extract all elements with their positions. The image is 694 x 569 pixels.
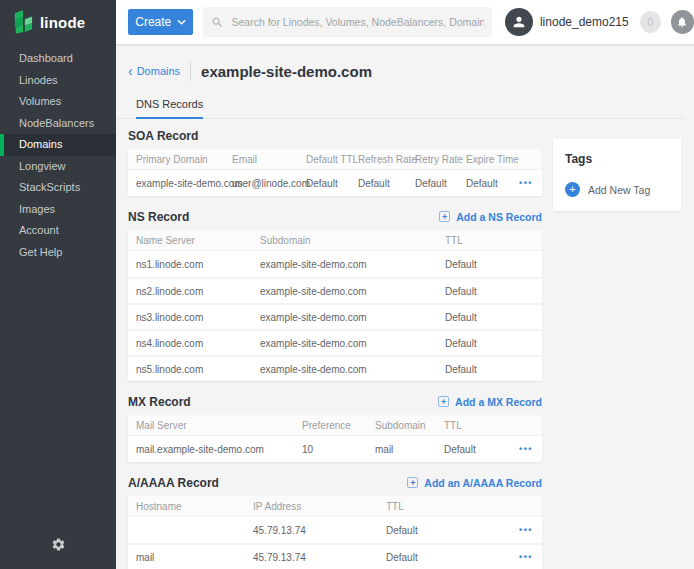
table-cell: example-site-demo.com: [252, 259, 437, 270]
page-title: example-site-demo.com: [201, 63, 372, 80]
notification-count-badge[interactable]: 0: [640, 11, 661, 33]
table-cell: ns5.linode.com: [128, 364, 252, 375]
table-cell: mail.example-site-demo.com: [128, 444, 294, 455]
sidebar-item-domains[interactable]: Domains: [0, 134, 116, 156]
table-cell: Default: [458, 178, 514, 189]
sidebar-item-stackscripts[interactable]: StackScripts: [0, 177, 116, 199]
row-actions-menu[interactable]: •••: [514, 552, 542, 562]
tab-dns-records[interactable]: DNS Records: [136, 98, 203, 119]
table-cell: Default: [437, 259, 514, 270]
column-header-hostname: Hostname: [128, 501, 245, 512]
add-record-label: Add a NS Record: [456, 211, 542, 223]
table-cell: Default: [437, 364, 514, 375]
section-header: A/AAAA Record+Add an A/AAAA Record: [128, 474, 542, 491]
section-header: MX Record+Add a MX Record: [128, 393, 542, 410]
row-actions-menu[interactable]: •••: [514, 525, 542, 535]
record-table: Primary DomainEmailDefault TTLRefresh Ra…: [128, 149, 542, 196]
username: linode_demo215: [540, 15, 629, 29]
row-actions-menu[interactable]: •••: [514, 444, 542, 454]
section-header: SOA Record: [128, 127, 542, 144]
settings-gear-icon[interactable]: [0, 537, 116, 556]
table-header-row: Name ServerSubdomainTTL: [128, 230, 542, 251]
table-cell: example-site-demo.com: [252, 364, 437, 375]
table-row: ns1.linode.comexample-site-demo.comDefau…: [128, 251, 542, 277]
table-cell: Default: [407, 178, 458, 189]
table-cell: example-site-demo.com: [252, 338, 437, 349]
add-record-link-ns-record[interactable]: +Add a NS Record: [439, 211, 542, 223]
content-columns: SOA RecordPrimary DomainEmailDefault TTL…: [128, 127, 694, 569]
user-menu[interactable]: linode_demo215: [505, 8, 629, 36]
section-title: NS Record: [128, 210, 189, 224]
table-header-row: HostnameIP AddressTTL: [128, 496, 542, 517]
sidebar-nav: DashboardLinodesVolumesNodeBalancersDoma…: [0, 48, 116, 263]
column-header-default-ttl: Default TTL: [298, 154, 350, 165]
add-new-tag-label: Add New Tag: [588, 184, 650, 196]
table-cell: mail: [367, 444, 436, 455]
column-header-ttl: TTL: [437, 235, 514, 246]
table-cell: Default: [298, 178, 350, 189]
column-header-refresh-rate: Refresh Rate: [350, 154, 407, 165]
sidebar-item-images[interactable]: Images: [0, 199, 116, 221]
section-ns-record: NS Record+Add a NS RecordName ServerSubd…: [128, 208, 542, 381]
breadcrumb-back-link[interactable]: ‹ Domains: [128, 64, 180, 78]
sidebar: linode DashboardLinodesVolumesNodeBalanc…: [0, 0, 116, 569]
row-actions-menu[interactable]: •••: [514, 178, 542, 188]
notifications-bell-button[interactable]: [671, 10, 694, 34]
table-header-row: Mail ServerPreferenceSubdomainTTL: [128, 415, 542, 436]
column-header-ttl: TTL: [378, 501, 514, 512]
table-cell: mail: [128, 552, 245, 563]
section-soa-record: SOA RecordPrimary DomainEmailDefault TTL…: [128, 127, 542, 196]
sidebar-item-nodebalancers[interactable]: NodeBalancers: [0, 113, 116, 135]
column-header-primary-domain: Primary Domain: [128, 154, 224, 165]
chevron-down-icon: [177, 19, 186, 25]
add-record-label: Add a MX Record: [455, 396, 542, 408]
column-header-ttl: TTL: [436, 420, 514, 431]
add-record-link-mx-record[interactable]: +Add a MX Record: [438, 396, 542, 408]
column-header-subdomain: Subdomain: [252, 235, 437, 246]
brand-name: linode: [40, 14, 85, 31]
search-bar[interactable]: [203, 7, 491, 37]
table-cell: Default: [378, 552, 514, 563]
sidebar-item-volumes[interactable]: Volumes: [0, 91, 116, 113]
linode-logo-icon: [13, 10, 33, 34]
table-cell: Default: [437, 338, 514, 349]
sidebar-item-dashboard[interactable]: Dashboard: [0, 48, 116, 70]
sidebar-item-account[interactable]: Account: [0, 220, 116, 242]
section-title: MX Record: [128, 395, 191, 409]
column-header-expire-time: Expire Time: [458, 154, 519, 165]
section-title: A/AAAA Record: [128, 476, 219, 490]
table-cell: ns3.linode.com: [128, 312, 252, 323]
table-row: ns3.linode.comexample-site-demo.comDefau…: [128, 303, 542, 329]
bell-icon: [676, 16, 688, 28]
table-cell: Default: [378, 525, 514, 536]
sidebar-item-linodes[interactable]: Linodes: [0, 70, 116, 92]
table-row: mail45.79.13.74Default•••: [128, 543, 542, 569]
table-cell: 45.79.13.74: [245, 525, 378, 536]
column-header-name-server: Name Server: [128, 235, 252, 246]
person-icon: [511, 14, 527, 30]
sidebar-item-longview[interactable]: Longview: [0, 156, 116, 178]
table-row: ns5.linode.comexample-site-demo.comDefau…: [128, 355, 542, 381]
table-row: mail.example-site-demo.com10mailDefault•…: [128, 436, 542, 462]
table-cell: user@linode.com: [224, 178, 298, 189]
record-table: Name ServerSubdomainTTLns1.linode.comexa…: [128, 230, 542, 381]
table-cell: ns2.linode.com: [128, 286, 252, 297]
add-record-link-a-aaaa-record[interactable]: +Add an A/AAAA Record: [407, 477, 542, 489]
table-cell: Default: [350, 178, 407, 189]
plus-circle-icon: +: [565, 182, 580, 197]
right-column: Tags + Add New Tag: [553, 139, 681, 211]
create-button[interactable]: Create: [128, 9, 193, 35]
plus-square-icon: +: [407, 477, 418, 488]
column-header-subdomain: Subdomain: [367, 420, 436, 431]
plus-square-icon: +: [439, 211, 450, 222]
linode-logo[interactable]: linode: [0, 0, 116, 44]
column-header-retry-rate: Retry Rate: [407, 154, 458, 165]
search-input[interactable]: [231, 16, 483, 28]
sidebar-item-get-help[interactable]: Get Help: [0, 242, 116, 264]
add-new-tag-button[interactable]: + Add New Tag: [565, 182, 669, 197]
record-table: Mail ServerPreferenceSubdomainTTLmail.ex…: [128, 415, 542, 462]
section-mx-record: MX Record+Add a MX RecordMail ServerPref…: [128, 393, 542, 462]
table-cell: 10: [294, 444, 367, 455]
table-header-row: Primary DomainEmailDefault TTLRefresh Ra…: [128, 149, 542, 170]
column-header-mail-server: Mail Server: [128, 420, 294, 431]
